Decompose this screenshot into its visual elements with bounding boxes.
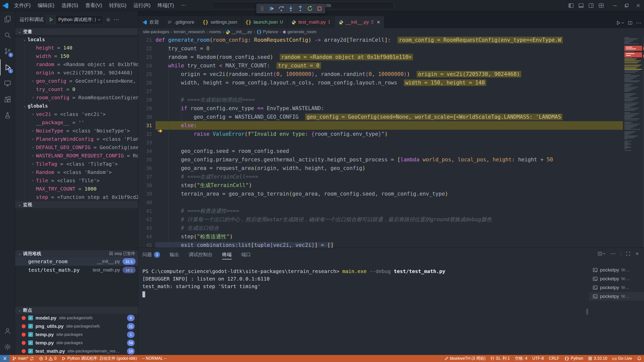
activity-item-account[interactable] [0,323,15,339]
editor-scrollbar[interactable] [643,36,644,265]
panel-tab-问题[interactable]: 问题3 [142,248,160,261]
terminal-output[interactable]: PS C:\computer_science\godot-ldtk\site-p… [142,267,583,298]
status-language-mode[interactable]: {}Python [562,355,586,362]
restart-button[interactable] [306,5,314,13]
panel-tab-调试控制台[interactable]: 调试控制台 [189,248,213,261]
menu-item-view[interactable]: 查看(V) [82,1,105,10]
stop-button[interactable] [315,5,324,13]
step-out-button[interactable] [296,5,305,13]
code-line[interactable]: 36 geo_area = request_area(origin, width… [138,164,623,172]
breakpoint-checkbox[interactable]: ✓ [28,340,33,345]
code-line[interactable]: 27 [138,87,623,96]
terminal-instance[interactable]: pocketpyte… [589,283,644,292]
status-vim-mode[interactable]: -- NORMAL -- [139,355,169,362]
code-line[interactable]: 26 width, height = room_config.layout.n_… [138,78,623,87]
continue-button[interactable] [267,5,276,13]
code-line[interactable]: 30 geo_config = WASTELAND_GEO_CONFIGgeo_… [138,113,623,121]
tab-settings.json[interactable]: {}settings.json [198,16,242,28]
menu-item-go[interactable]: 转到(G) [106,1,130,10]
code-line[interactable]: 29 if room_config.env_type == EnvType.WA… [138,104,623,113]
status-problems[interactable]: 30 [36,355,59,362]
status-notifications[interactable] [634,355,644,362]
layout-sidebar-right-button[interactable] [586,1,596,10]
status-python-interpreter[interactable]: 3.10.10 [586,355,610,362]
variable-row[interactable]: __package__ = '' [24,118,138,126]
code-line[interactable]: 34 geo_config.seed = room_config.seed [138,147,623,155]
panel-tab-终端[interactable]: 终端 [222,248,232,261]
breakpoint-row[interactable]: ✓png_utils.pysite-packages\wfc11 [15,322,138,330]
breadcrumb-item[interactable]: __init__.py [225,29,252,34]
minimize-button[interactable] [609,0,621,11]
code-line[interactable]: 23 random = Random(room_config.seed)rand… [138,53,623,61]
code-line[interactable]: 22 try_count = 0 [138,44,623,53]
stack-frame[interactable]: generate_room__init__.py31:1 [15,257,138,266]
variable-row[interactable]: try_count = 0 [24,85,138,93]
tab-[interactable]: 欢迎 [138,16,163,28]
status-debug-session[interactable]: Python 调试程序: 启动文件 (godot-ldtk) [59,355,140,362]
step-into-button[interactable] [287,5,295,13]
breadcrumb-item[interactable]: rooms [209,29,221,34]
variable-group-locals[interactable]: ⌄locals [15,35,138,43]
activity-item-search[interactable] [0,27,15,43]
variable-row[interactable]: ›Random = <class 'Random'> [24,168,138,176]
status-indentation[interactable]: 空格: 4 [512,355,530,362]
variable-group-globals[interactable]: ⌄globals [15,102,138,110]
code-line[interactable]: 40 [138,198,623,207]
code-line[interactable]: 24 while try_count < MAX_TRY_COUNT:try_c… [138,61,623,70]
stack-frame[interactable]: test/test_math.pytest_math.py16:1 [15,266,138,274]
code-line[interactable]: 33 [138,138,623,147]
tab-.gdignore[interactable]: .gdignore [163,16,198,28]
code-line[interactable]: 35 geo_config.primary_forces.geothermal_… [138,155,623,164]
activity-item-run-and-debug[interactable]: 1 [0,59,15,75]
tab-test_math.py[interactable]: test_math.py1 [287,16,335,28]
close-window-button[interactable] [632,0,644,11]
breakpoint-checkbox[interactable]: ✓ [28,324,33,329]
variable-row[interactable]: MAX_TRY_COUNT = 1000 [24,185,138,193]
code-line[interactable]: 32 raise ValueError(f"Invalid env type: … [138,130,623,138]
variable-row[interactable]: ›DEFAULT_GEO_CONFIG = GeoConfig(seed=1… [24,143,138,151]
variable-row[interactable]: ›vec2i = <class 'vec2i'> [24,110,138,118]
split-terminal-icon[interactable] [598,251,606,256]
panel-more-actions-icon[interactable]: ⋯ [610,250,616,257]
panel-scrollbar[interactable] [586,309,588,315]
call-stack-section-header[interactable]: ⌄调用堆栈 因 step 已暂停 [15,250,138,257]
status-encoding[interactable]: UTF-8 [530,355,546,362]
breadcrumb-item[interactable]: site-packages [143,29,169,34]
code-line[interactable]: 31 else: [138,121,623,130]
status-git-blame[interactable]: blueloveTH (3 周前) [442,355,488,362]
menu-item-edit[interactable]: 编辑(E) [35,1,58,10]
status-remote-indicator[interactable] [0,355,10,362]
activity-item-source-control[interactable]: 3 [0,43,15,59]
panel-tab-输出[interactable]: 输出 [170,248,179,261]
menu-item-run[interactable]: 运行(R) [130,1,153,10]
minimap[interactable] [624,36,643,265]
split-editor-icon[interactable] [628,21,632,25]
variable-row[interactable]: step = <function step at 0x1bf9cd216d [24,193,138,201]
step-over-button[interactable] [277,5,286,13]
status-eol[interactable]: CRLF [546,355,562,362]
code-line[interactable]: 25 origin = vec2i(random.randint(0, 1000… [138,70,623,78]
activity-item-explorer[interactable] [0,11,15,27]
code-line[interactable]: 44 step("检查连通性") [138,232,623,241]
breadcrumb-item[interactable]: {}Pylance [256,29,278,34]
watch-section-header[interactable]: ⌄监视 [15,201,138,208]
customize-layout-button[interactable] [596,1,606,10]
breakpoint-row[interactable]: ✓model.pysite-packages\wfc6 [15,314,138,322]
panel-tab-端口[interactable]: 端口 [241,248,251,261]
variable-row[interactable]: width = 150 [24,52,138,60]
variable-row[interactable]: ›PlanetaryWindConfig = <class 'Planeta… [24,135,138,143]
code-line[interactable]: 38 step("生成TerrainCell") [138,181,623,190]
tab-launch.json[interactable]: {}launch.jsonU [242,16,287,28]
breakpoint-checkbox[interactable]: ✓ [28,315,33,320]
variable-row[interactable]: ›room_config = RoomRequestConfig(env_t… [24,93,138,102]
variable-row[interactable]: ›TileTag = <class 'TileTag'> [24,160,138,168]
status-cursor-position[interactable]: 行 31, 列 1 [488,355,512,362]
activity-item-testing[interactable] [0,108,15,124]
code-line[interactable]: 41 # ====检查连通性==== [138,207,623,215]
status-go-live[interactable]: Go Live [610,355,634,362]
breadcrumb-item[interactable]: generate_room [283,29,316,34]
code-line[interactable]: 28 # ====生成初始地理信息==== [138,96,623,104]
gear-icon[interactable] [106,17,111,22]
more-editor-actions-icon[interactable]: ⋯ [636,20,641,26]
variable-row[interactable]: height = 140 [24,43,138,52]
